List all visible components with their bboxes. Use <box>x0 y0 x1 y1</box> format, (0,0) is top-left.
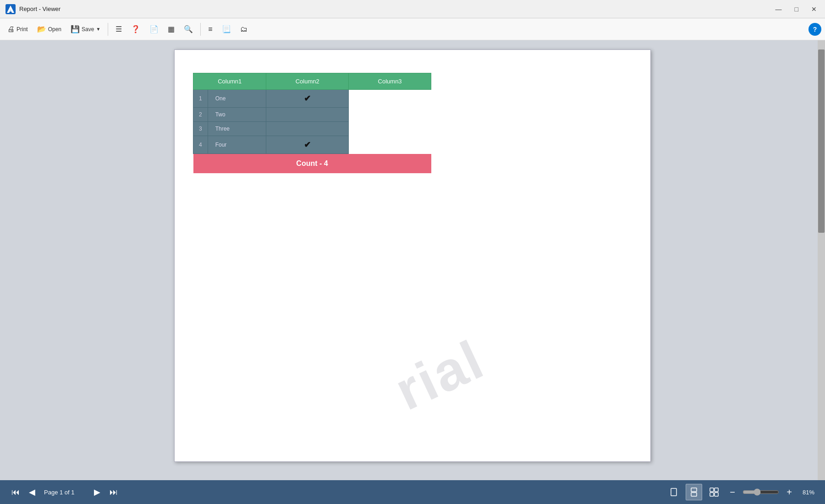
table-row: 3Three <box>193 122 431 136</box>
col2-cell: Two <box>208 108 266 122</box>
app-logo-icon <box>6 4 16 14</box>
layout-icon: ▦ <box>168 25 175 33</box>
view-controls: − + 81% <box>666 484 818 500</box>
col2-cell: Three <box>208 122 266 136</box>
separator-1 <box>108 23 108 36</box>
minimize-button[interactable]: — <box>773 4 785 15</box>
status-bar: ⏮ ◀ Page 1 of 1 ▶ ⏭ <box>0 480 825 504</box>
page-nav-icon: ☰ <box>116 25 122 33</box>
multi-page-view-button[interactable] <box>706 484 722 500</box>
window-title: Report - Viewer <box>19 5 60 12</box>
maximize-button[interactable]: □ <box>792 4 801 15</box>
col3-cell: ✔ <box>266 90 349 108</box>
table-footer-row: Count - 4 <box>193 154 431 174</box>
page-view-icon: 📃 <box>222 25 231 33</box>
next-page-icon: ▶ <box>94 487 100 497</box>
row-number: 1 <box>193 90 208 108</box>
zoom-in-icon: + <box>786 487 792 498</box>
watermark: rial <box>385 327 494 422</box>
svg-rect-4 <box>691 488 697 492</box>
footer-cell: Count - 4 <box>193 154 431 174</box>
open-icon: 📂 <box>37 25 46 33</box>
continuous-page-icon <box>689 488 698 497</box>
zoom-in-button[interactable]: + <box>783 486 796 499</box>
col2-cell: Four <box>208 136 266 154</box>
continuous-page-view-button[interactable] <box>686 484 702 500</box>
window-controls: — □ ✕ <box>773 4 820 15</box>
search-button[interactable]: 🔍 <box>180 23 197 35</box>
toolbar: 🖨 Print 📂 Open 💾 Save ▼ ☰ ❓ 📄 ▦ 🔍 ≡ 📃 🗂 … <box>0 18 825 40</box>
page-info: Page 1 of 1 <box>44 489 85 496</box>
vertical-scrollbar[interactable] <box>818 40 825 480</box>
col2-header: Column2 <box>266 73 349 90</box>
main-area: Column1 Column2 Column3 1One✔2Two3Three4… <box>0 40 825 480</box>
text-icon: ≡ <box>208 25 212 33</box>
document-area: Column1 Column2 Column3 1One✔2Two3Three4… <box>0 40 825 480</box>
svg-rect-8 <box>710 493 714 496</box>
copy-button[interactable]: 📄 <box>146 23 162 35</box>
open-label: Open <box>48 26 61 33</box>
title-bar: Report - Viewer — □ ✕ <box>0 0 825 18</box>
row-number: 3 <box>193 122 208 136</box>
report-table: Column1 Column2 Column3 1One✔2Two3Three4… <box>193 73 431 173</box>
prev-page-icon: ◀ <box>29 487 35 497</box>
first-page-button[interactable]: ⏮ <box>7 484 24 500</box>
next-page-button[interactable]: ▶ <box>89 484 105 500</box>
single-page-view-button[interactable] <box>666 484 682 500</box>
page-nav-button[interactable]: ☰ <box>112 23 126 35</box>
save-icon: 💾 <box>71 25 80 33</box>
table-row: 1One✔ <box>193 90 431 108</box>
open-button[interactable]: 📂 Open <box>33 23 65 35</box>
col2-cell: One <box>208 90 266 108</box>
save-label: Save <box>82 26 94 33</box>
row-number: 2 <box>193 108 208 122</box>
prev-page-button[interactable]: ◀ <box>24 484 40 500</box>
search-icon: 🔍 <box>184 25 193 33</box>
layout-button[interactable]: ▦ <box>164 23 178 35</box>
multi-page-icon <box>710 488 719 497</box>
separator-2 <box>200 23 201 36</box>
page-view-button[interactable]: 📃 <box>218 23 235 35</box>
zoom-slider[interactable] <box>742 488 779 496</box>
col3-cell <box>266 108 349 122</box>
print-button[interactable]: 🖨 Print <box>4 23 32 35</box>
col1-header: Column1 <box>193 73 266 90</box>
save-button[interactable]: 💾 Save ▼ <box>67 23 104 35</box>
save-dropdown-icon: ▼ <box>96 27 100 32</box>
zoom-out-icon: − <box>730 487 735 498</box>
svg-rect-5 <box>691 493 697 496</box>
svg-rect-3 <box>671 488 676 496</box>
close-button[interactable]: ✕ <box>808 4 820 15</box>
svg-rect-6 <box>710 488 714 492</box>
fullpage-button[interactable]: 🗂 <box>236 23 251 35</box>
single-page-icon <box>669 488 678 497</box>
col3-header: Column3 <box>349 73 431 90</box>
table-row: 4Four✔ <box>193 136 431 154</box>
col3-cell <box>266 122 349 136</box>
copy-icon: 📄 <box>149 25 159 33</box>
table-header-row: Column1 Column2 Column3 <box>193 73 431 90</box>
first-page-icon: ⏮ <box>11 488 20 497</box>
help-button[interactable]: ? <box>808 23 821 36</box>
scrollbar-thumb[interactable] <box>818 49 825 233</box>
table-row: 2Two <box>193 108 431 122</box>
zoom-out-button[interactable]: − <box>726 486 739 499</box>
print-icon: 🖨 <box>7 25 15 33</box>
last-page-button[interactable]: ⏭ <box>105 484 122 500</box>
text-button[interactable]: ≡ <box>204 23 216 35</box>
help-inline-icon: ❓ <box>131 25 140 33</box>
row-number: 4 <box>193 136 208 154</box>
last-page-icon: ⏭ <box>110 488 118 497</box>
zoom-level: 81% <box>799 489 818 496</box>
svg-rect-7 <box>715 488 718 492</box>
col3-cell: ✔ <box>266 136 349 154</box>
report-page: Column1 Column2 Column3 1One✔2Two3Three4… <box>174 49 651 462</box>
print-label: Print <box>16 26 28 33</box>
fullpage-icon: 🗂 <box>240 25 248 33</box>
svg-rect-9 <box>715 493 718 496</box>
help-inline-button[interactable]: ❓ <box>127 23 144 35</box>
